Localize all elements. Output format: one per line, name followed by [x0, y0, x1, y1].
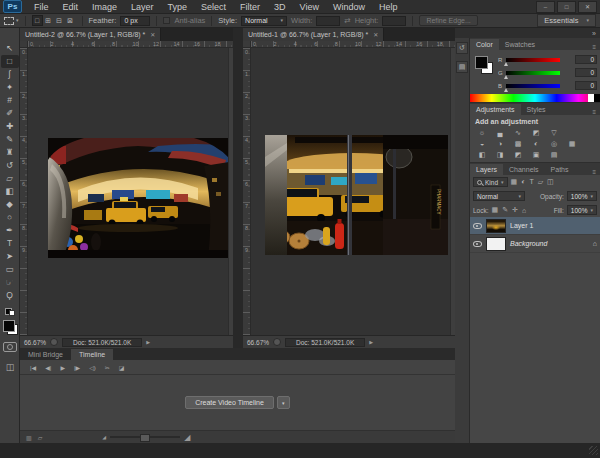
layer-name[interactable]: Layer 1 [510, 222, 533, 229]
refine-edge-button[interactable]: Refine Edge... [419, 15, 477, 26]
photo-filter-icon[interactable]: ◐ [529, 139, 543, 148]
levels-icon[interactable]: ▄ [493, 128, 507, 137]
panel-menu-icon[interactable]: ≡ [588, 169, 600, 175]
color-ramp[interactable] [470, 94, 600, 102]
black-white-icon[interactable]: ▩ [511, 139, 525, 148]
filter-type-layers-icon[interactable]: T [529, 178, 533, 186]
tab-mini-bridge[interactable]: Mini Bridge [20, 349, 71, 360]
menu-filter[interactable]: Filter [233, 0, 267, 14]
blur-tool[interactable]: ◆ [1, 198, 19, 211]
gradient-tool[interactable]: ◧ [1, 185, 19, 198]
new-selection-icon[interactable]: □ [32, 15, 43, 26]
menu-3d[interactable]: 3D [267, 0, 293, 14]
menu-file[interactable]: File [27, 0, 56, 14]
channel-value[interactable]: 0 [575, 55, 597, 64]
brush-tool[interactable]: ✎ [1, 133, 19, 146]
canvas-untitled-2[interactable] [28, 48, 233, 335]
zoom-level[interactable]: 66.67% [24, 339, 46, 346]
move-tool[interactable]: ↖ [1, 42, 19, 55]
tab-swatches[interactable]: Swatches [499, 39, 541, 50]
vibrance-icon[interactable]: ▽ [547, 128, 561, 137]
eraser-tool[interactable]: ▱ [1, 172, 19, 185]
tab-adjustments[interactable]: Adjustments [470, 104, 521, 115]
timeline-zoom-slider[interactable] [110, 436, 180, 438]
feather-input[interactable]: 0 px [120, 16, 150, 26]
quick-selection-tool[interactable]: ✦ [1, 81, 19, 94]
workspace-switcher[interactable]: Essentials ▾ [537, 14, 596, 27]
style-dropdown[interactable]: Normal ▾ [241, 16, 287, 26]
zoom-in-icon[interactable]: ◢ [184, 433, 190, 442]
tab-styles[interactable]: Styles [521, 104, 552, 115]
hand-tool[interactable]: ☞ [1, 276, 19, 289]
tab-color[interactable]: Color [470, 39, 499, 50]
curves-icon[interactable]: ∿ [511, 128, 525, 137]
pen-tool[interactable]: ✒ [1, 224, 19, 237]
layer-thumbnail[interactable] [486, 237, 506, 251]
spot-healing-brush-tool[interactable]: ✚ [1, 120, 19, 133]
hue-saturation-icon[interactable]: ◒ [475, 139, 489, 148]
tab-timeline[interactable]: Timeline [71, 349, 113, 360]
frame-rate-icon[interactable]: ▥ [26, 434, 32, 441]
document-size-readout[interactable]: Doc: 521.0K/521.0K [285, 338, 365, 347]
lock-transparency-icon[interactable]: ▦ [492, 206, 499, 214]
tool-preset-picker[interactable]: ▾ [4, 17, 19, 25]
layer-row-layer-1[interactable]: Layer 1 [470, 217, 600, 235]
black-chip[interactable] [594, 94, 600, 102]
history-panel-icon[interactable]: ↺ [456, 42, 468, 54]
maximize-button[interactable]: □ [557, 1, 576, 13]
threshold-icon[interactable]: ◩ [511, 150, 525, 159]
channel-value[interactable]: 0 [575, 68, 597, 77]
type-tool[interactable]: T [1, 237, 19, 250]
eyedropper-tool[interactable]: ✐ [1, 107, 19, 120]
timeline-type-dropdown[interactable]: ▾ [277, 396, 290, 409]
swap-dimensions-icon[interactable]: ⇄ [344, 16, 350, 25]
rectangular-marquee-tool[interactable]: □ [1, 55, 19, 68]
zoom-out-icon[interactable]: ◢ [102, 434, 106, 440]
lasso-tool[interactable]: ʃ [1, 68, 19, 81]
dodge-tool[interactable]: ○ [1, 211, 19, 224]
document-tab-untitled-1[interactable]: Untitled-1 @ 66.7% (Layer 1, RGB/8) * ✕ [243, 28, 384, 41]
blend-mode-dropdown[interactable]: Normal ▾ [473, 191, 525, 201]
foreground-color-swatch[interactable] [475, 56, 488, 69]
lock-position-icon[interactable]: ✛ [512, 206, 518, 214]
menu-layer[interactable]: Layer [124, 0, 161, 14]
channel-slider[interactable] [506, 58, 560, 62]
close-icon[interactable]: ✕ [373, 31, 378, 38]
tab-layers[interactable]: Layers [470, 164, 503, 175]
rectangle-tool[interactable]: ▭ [1, 263, 19, 276]
layer-thumbnail[interactable] [486, 219, 506, 233]
play-icon[interactable]: ▶ [60, 364, 65, 371]
invert-icon[interactable]: ◧ [475, 150, 489, 159]
document-size-readout[interactable]: Doc: 521.0K/521.0K [62, 338, 142, 347]
close-icon[interactable]: ✕ [150, 31, 155, 38]
menu-window[interactable]: Window [326, 0, 372, 14]
mute-audio-icon[interactable]: ◁) [89, 364, 96, 371]
filter-pixel-layers-icon[interactable]: ▦ [511, 178, 518, 186]
menu-image[interactable]: Image [85, 0, 124, 14]
menu-view[interactable]: View [293, 0, 326, 14]
gradient-map-icon[interactable]: ▣ [529, 150, 543, 159]
close-button[interactable]: ✕ [578, 1, 597, 13]
vertical-scrollbar[interactable] [228, 48, 233, 335]
create-video-timeline-button[interactable]: Create Video Timeline [185, 396, 274, 409]
width-input[interactable] [316, 16, 340, 26]
fill-input[interactable]: 100% ▾ [567, 205, 597, 215]
resize-grip[interactable] [589, 446, 598, 455]
foreground-background-swatch[interactable] [3, 320, 18, 335]
add-to-selection-icon[interactable]: ⊞ [43, 15, 54, 26]
render-video-icon[interactable]: ▱ [38, 434, 43, 441]
default-colors-icon[interactable] [5, 308, 15, 316]
clone-stamp-tool[interactable]: ♜ [1, 146, 19, 159]
channel-mixer-icon[interactable]: ◎ [547, 139, 561, 148]
channel-slider[interactable] [506, 71, 560, 75]
selective-color-icon[interactable]: ▤ [547, 150, 561, 159]
lock-all-icon[interactable]: ⌂ [522, 207, 526, 214]
color-panel-swatches[interactable] [475, 56, 493, 74]
go-to-first-frame-icon[interactable]: |◀ [30, 364, 36, 371]
layer-filter-dropdown[interactable]: Kind ▾ [473, 177, 508, 187]
tab-channels[interactable]: Channels [503, 164, 545, 175]
anti-alias-checkbox[interactable] [163, 17, 170, 24]
previous-frame-icon[interactable]: ◀| [45, 364, 51, 371]
transition-icon[interactable]: ◪ [119, 364, 125, 371]
menu-type[interactable]: Type [161, 0, 195, 14]
